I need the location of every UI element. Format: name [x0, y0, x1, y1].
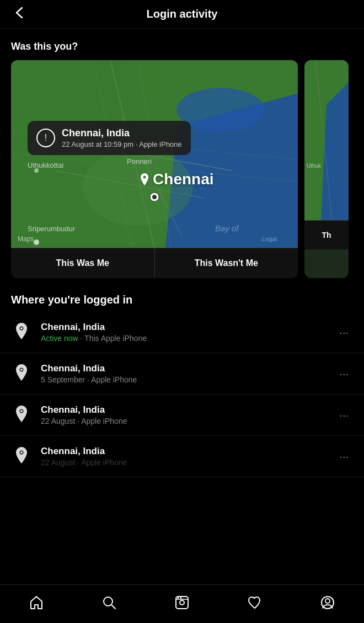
login-item-4: Chennai, India 22 August · Apple iPhone …: [0, 436, 364, 477]
more-options-button-2[interactable]: ···: [335, 365, 353, 382]
nav-search-button[interactable]: [97, 590, 121, 615]
pin-icon-3: [14, 406, 29, 424]
svg-point-27: [20, 369, 23, 371]
bottom-navigation: [0, 584, 364, 623]
map-card-secondary: Uthuk Th: [304, 60, 349, 278]
svg-text:Legal: Legal: [262, 236, 277, 242]
popup-date-device: 22 August at 10:59 pm · Apple iPhone: [62, 140, 182, 148]
login-info-4: Chennai, India 22 August · Apple iPhone: [41, 446, 326, 467]
logged-in-section-label: Where you're logged in: [0, 278, 364, 312]
popup-city: Chennai, India: [62, 127, 182, 139]
login-carousel: Uthukkottai Ponneri Sriperumbudur Bay of…: [0, 60, 364, 278]
login-detail-2: 5 September · Apple iPhone: [41, 375, 326, 384]
svg-point-36: [180, 597, 182, 599]
search-icon: [101, 595, 117, 610]
map-svg-secondary: Uthuk: [304, 60, 349, 220]
login-info-2: Chennai, India 5 September · Apple iPhon…: [41, 363, 326, 384]
svg-text:Uthukkottai: Uthukkottai: [28, 161, 63, 169]
card-action-buttons: This Was Me This Wasn't Me: [11, 248, 298, 278]
login-city-4: Chennai, India: [41, 446, 326, 457]
map-city-label: Chennai: [140, 171, 213, 188]
reels-icon: [174, 595, 190, 610]
location-icon-2: [11, 363, 32, 384]
pin-icon-2: [14, 364, 29, 383]
more-options-button-1[interactable]: ···: [335, 324, 353, 341]
popup-warning-icon: !: [36, 129, 55, 147]
this-was-me-button[interactable]: This Was Me: [11, 248, 155, 278]
more-options-button-3[interactable]: ···: [335, 407, 353, 424]
active-badge: Active now: [41, 334, 78, 343]
map-popup: ! Chennai, India 22 August at 10:59 pm ·…: [28, 121, 191, 155]
location-icon-3: [11, 404, 32, 425]
svg-line-31: [111, 605, 115, 609]
login-item-3: Chennai, India 22 August · Apple iPhone …: [0, 395, 364, 436]
svg-text:Sriperumbudur: Sriperumbudur: [28, 225, 76, 233]
pin-icon: [14, 323, 29, 342]
svg-text:Uthuk: Uthuk: [307, 163, 322, 169]
login-info-1: Chennai, India Active now · This Apple i…: [41, 322, 326, 343]
svg-text:Bay of: Bay of: [215, 223, 239, 233]
svg-point-29: [20, 451, 23, 454]
login-city-2: Chennai, India: [41, 363, 326, 374]
profile-icon: [320, 595, 335, 610]
device-detail-1: · This Apple iPhone: [78, 334, 147, 343]
map-card-primary: Uthukkottai Ponneri Sriperumbudur Bay of…: [11, 60, 298, 278]
heart-icon: [247, 595, 263, 610]
location-icon-1: [11, 322, 32, 343]
svg-point-18: [152, 195, 157, 199]
login-detail-3: 22 August · Apple iPhone: [41, 417, 326, 425]
nav-home-button[interactable]: [24, 590, 49, 615]
login-detail-4: 22 August · Apple iPhone: [41, 458, 326, 467]
svg-point-28: [20, 410, 23, 412]
login-city-3: Chennai, India: [41, 404, 326, 416]
svg-text:Ponneri: Ponneri: [127, 157, 152, 166]
location-icon-4: [11, 446, 32, 467]
popup-info: Chennai, India 22 August at 10:59 pm · A…: [62, 127, 182, 148]
pin-icon-4: [14, 447, 29, 466]
nav-heart-button[interactable]: [243, 590, 267, 615]
svg-point-33: [180, 600, 184, 605]
login-item-2: Chennai, India 5 September · Apple iPhon…: [0, 353, 364, 395]
svg-text:Maps: Maps: [18, 235, 34, 243]
main-content: Was this you?: [0, 29, 364, 521]
nav-reels-button[interactable]: [170, 590, 194, 615]
map-area: Uthukkottai Ponneri Sriperumbudur Bay of…: [11, 60, 298, 248]
svg-point-15: [34, 239, 39, 245]
was-this-you-label: Was this you?: [0, 29, 364, 60]
svg-point-26: [20, 327, 23, 329]
login-info-3: Chennai, India 22 August · Apple iPhone: [41, 404, 326, 425]
login-detail-1: Active now · This Apple iPhone: [41, 334, 326, 343]
more-options-button-4[interactable]: ···: [335, 448, 353, 465]
map-pin-icon: [140, 173, 149, 185]
login-item: Chennai, India Active now · This Apple i…: [0, 312, 364, 353]
back-button[interactable]: [11, 4, 28, 24]
page-title: Login activity: [147, 8, 218, 20]
map-area-small: Uthuk: [304, 60, 349, 220]
header: Login activity: [0, 0, 364, 29]
home-icon: [29, 595, 44, 610]
this-wasnt-me-button[interactable]: This Wasn't Me: [155, 248, 298, 278]
svg-point-38: [325, 599, 330, 603]
svg-point-35: [178, 597, 179, 599]
login-city-1: Chennai, India: [41, 322, 326, 333]
nav-profile-button[interactable]: [315, 590, 340, 615]
secondary-card-btn: Th: [304, 220, 349, 249]
svg-point-16: [34, 168, 39, 173]
